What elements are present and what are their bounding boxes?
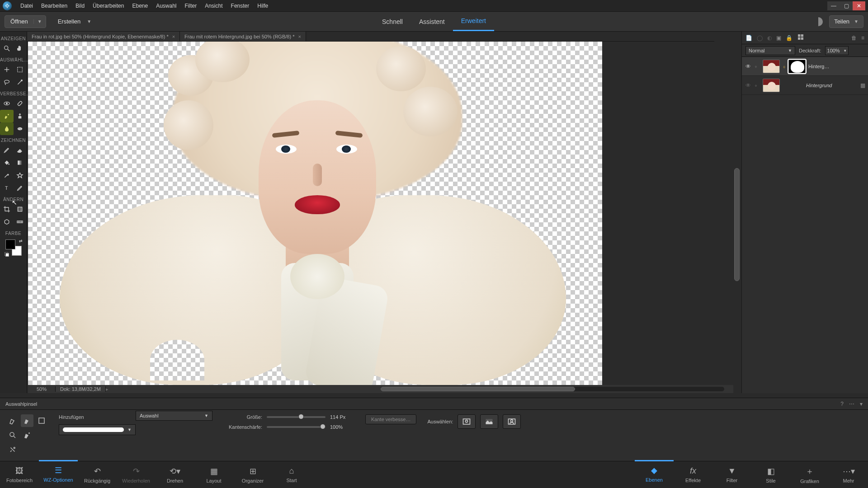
- delete-layer-icon[interactable]: 🗑: [851, 35, 857, 41]
- visibility-toggle[interactable]: 👁: [745, 82, 752, 89]
- tool-lasso[interactable]: [0, 76, 14, 89]
- tool-variant-new[interactable]: [35, 414, 48, 427]
- edge-slider[interactable]: [267, 426, 326, 428]
- select-subject-button[interactable]: [458, 414, 476, 429]
- panel-menu-icon[interactable]: ≡: [861, 35, 864, 41]
- mode-tab-quick[interactable]: Schnell: [374, 12, 411, 31]
- taskbar-drehen[interactable]: ⟲▾Drehen: [156, 461, 194, 488]
- opacity-input[interactable]: 100%▾: [825, 46, 849, 55]
- foreground-color[interactable]: [5, 239, 15, 249]
- taskbar-fotobereich[interactable]: 🖼Fotobereich: [0, 461, 39, 488]
- tool-recompose[interactable]: [14, 203, 27, 216]
- select-background-button[interactable]: [503, 414, 521, 429]
- tool-magic-wand[interactable]: [14, 76, 27, 89]
- size-value[interactable]: 114 Px: [330, 414, 354, 420]
- tool-variant-5[interactable]: [6, 443, 19, 456]
- layer-name[interactable]: Hinterg…: [808, 64, 865, 69]
- menu-hilfe[interactable]: Hilfe: [253, 0, 272, 11]
- tool-crop[interactable]: [0, 203, 14, 216]
- layer-group-icon[interactable]: [797, 33, 804, 42]
- tool-variant-2[interactable]: [21, 414, 33, 427]
- layer-mask-icon[interactable]: ▣: [776, 35, 781, 41]
- swap-colors-icon[interactable]: ⇄: [19, 239, 23, 243]
- layer-fx-icon[interactable]: ◯: [757, 35, 763, 41]
- taskbar-grafiken[interactable]: ＋Grafiken: [790, 461, 829, 488]
- tool-brush[interactable]: [0, 144, 14, 156]
- taskbar-ebenen[interactable]: ◆Ebenen: [635, 460, 674, 487]
- tool-content-aware[interactable]: [0, 216, 14, 228]
- selection-mode-dropdown[interactable]: Auswahl ▼: [136, 411, 212, 421]
- layer-item-1[interactable]: 👁 ⬨ ⬨ Hinterg…: [742, 57, 868, 76]
- taskbar-filter[interactable]: ▼Filter: [712, 461, 751, 488]
- tool-redeye[interactable]: [0, 97, 14, 110]
- lock-indicator[interactable]: ⬨: [755, 64, 760, 69]
- menu-ueberarbeiten[interactable]: Überarbeiten: [89, 0, 128, 11]
- layer-thumbnail[interactable]: [763, 60, 780, 73]
- zoom-level[interactable]: 50%: [28, 386, 55, 392]
- taskbar-organizer[interactable]: ⊞Organizer: [233, 461, 272, 488]
- tool-zoom[interactable]: [0, 42, 14, 55]
- edge-value[interactable]: 100%: [330, 424, 354, 430]
- close-button[interactable]: ✕: [853, 1, 865, 10]
- document-tab-2[interactable]: Frau mit rotem Hintergrund.jpg bei 50% (…: [180, 32, 306, 41]
- open-button[interactable]: Öffnen ▼: [5, 15, 46, 28]
- tool-move[interactable]: [0, 63, 14, 76]
- menu-auswahl[interactable]: Auswahl: [152, 0, 180, 11]
- help-icon[interactable]: ?: [840, 401, 844, 407]
- new-layer-icon[interactable]: 📄: [745, 35, 752, 41]
- tool-hand[interactable]: [14, 42, 27, 55]
- refine-edge-button[interactable]: Kante verbesse…: [365, 414, 416, 424]
- taskbar-wz-optionen[interactable]: ☰WZ-Optionen: [39, 460, 78, 487]
- blend-mode-dropdown[interactable]: Normal▼: [745, 46, 795, 55]
- size-slider[interactable]: [267, 416, 326, 418]
- scrollbar-thumb[interactable]: [381, 387, 575, 391]
- menu-datei[interactable]: Datei: [16, 0, 37, 11]
- mode-tab-assistant[interactable]: Assistent: [411, 12, 453, 31]
- tool-straighten[interactable]: [14, 216, 27, 228]
- taskbar-stile[interactable]: ◧Stile: [751, 461, 790, 488]
- open-dropdown-arrow[interactable]: ▼: [33, 19, 46, 24]
- tool-eyedropper[interactable]: [0, 169, 14, 182]
- tool-blur[interactable]: [0, 122, 14, 135]
- horizontal-scrollbar[interactable]: [381, 387, 724, 391]
- canvas[interactable]: [28, 42, 602, 385]
- close-icon[interactable]: ×: [298, 34, 301, 39]
- lock-indicator[interactable]: ⬨: [755, 83, 760, 88]
- tool-text[interactable]: T: [0, 182, 14, 194]
- tool-clone-stamp[interactable]: [14, 110, 27, 122]
- adjustment-layer-icon[interactable]: ◐: [767, 35, 772, 41]
- visibility-toggle[interactable]: 👁: [745, 63, 752, 70]
- scrollbar-thumb[interactable]: [734, 168, 740, 281]
- brush-preset-dropdown[interactable]: ▼: [59, 424, 136, 435]
- minimize-button[interactable]: —: [827, 1, 840, 10]
- select-sky-button[interactable]: [480, 414, 498, 429]
- menu-ansicht[interactable]: Ansicht: [201, 0, 226, 11]
- taskbar-effekte[interactable]: fxEffekte: [674, 461, 712, 488]
- mode-tab-expert[interactable]: Erweitert: [453, 12, 494, 31]
- maximize-button[interactable]: ▢: [840, 1, 853, 10]
- layer-item-2[interactable]: 👁 ⬨ Hintergrund ▦: [742, 76, 868, 95]
- menu-ebene[interactable]: Ebene: [128, 0, 152, 11]
- create-button[interactable]: Erstellen ▼: [53, 15, 96, 28]
- menu-filter[interactable]: Filter: [181, 0, 201, 11]
- link-icon[interactable]: ⬨: [783, 63, 786, 70]
- tool-eraser[interactable]: [14, 144, 27, 156]
- layer-thumbnail[interactable]: [763, 79, 780, 92]
- taskbar-layout[interactable]: ▦Layout: [194, 461, 233, 488]
- taskbar-undo[interactable]: ↶Rückgängig: [78, 461, 117, 488]
- tool-shape[interactable]: [14, 169, 27, 182]
- close-icon[interactable]: ×: [172, 34, 175, 39]
- taskbar-start[interactable]: ⌂Start: [272, 461, 311, 488]
- layer-name[interactable]: Hintergrund: [806, 83, 858, 88]
- menu-fenster[interactable]: Fenster: [227, 0, 254, 11]
- contrast-icon[interactable]: [814, 17, 823, 26]
- tool-pencil[interactable]: [14, 182, 27, 194]
- tool-variant-3[interactable]: [6, 429, 19, 441]
- vertical-scrollbar[interactable]: [734, 42, 740, 385]
- default-colors-icon[interactable]: [5, 252, 9, 257]
- tool-spot-heal[interactable]: [14, 97, 27, 110]
- tool-marquee[interactable]: [14, 63, 27, 76]
- tool-variant-1[interactable]: [6, 414, 19, 427]
- tool-variant-4[interactable]: [21, 429, 33, 441]
- tool-sponge[interactable]: [14, 122, 27, 135]
